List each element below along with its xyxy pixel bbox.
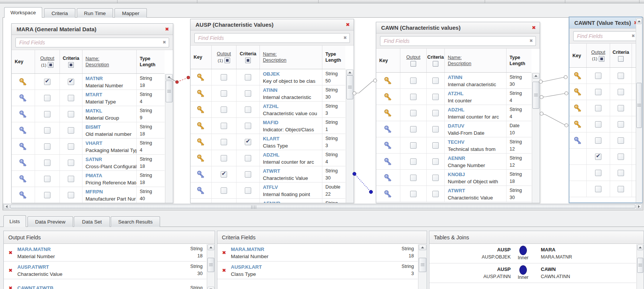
select-all-checkbox[interactable] — [48, 62, 53, 68]
scroll-up-arrow[interactable] — [346, 70, 353, 75]
tab-workspace[interactable]: Workspace — [4, 7, 42, 18]
vertical-scrollbar[interactable] — [636, 244, 644, 289]
output-column-header[interactable]: Output — [406, 55, 421, 60]
name-column-header[interactable]: Name: — [448, 55, 506, 60]
field-name-link[interactable]: ADZHL — [263, 151, 322, 158]
criteria-checkbox[interactable] — [68, 192, 74, 198]
field-name-link[interactable]: PMATA — [85, 172, 136, 179]
field-name-link[interactable]: ATINN — [263, 87, 322, 94]
field-name-link[interactable]: ATWRT — [263, 167, 322, 175]
scrollbar-thumb[interactable] — [10, 205, 635, 208]
field-name-link[interactable]: ATZHL — [263, 103, 322, 110]
criteria-checkbox[interactable] — [245, 123, 251, 129]
tab-search-results[interactable]: Search Results — [111, 216, 160, 227]
remove-field-icon[interactable]: ✖ — [217, 268, 231, 273]
output-checkbox[interactable] — [221, 74, 227, 81]
scroll-up-arrow[interactable] — [166, 74, 172, 80]
tab-mapper[interactable]: Mapper — [114, 8, 147, 18]
workspace-vertical-scrollbar[interactable] — [636, 18, 642, 202]
output-checkbox[interactable] — [410, 94, 417, 100]
find-fields-input[interactable] — [380, 37, 536, 46]
field-name-link[interactable]: AENNR — [263, 200, 322, 203]
criteria-checkbox[interactable] — [68, 79, 74, 85]
tab-data-set[interactable]: Data Set — [74, 216, 110, 227]
criteria-checkbox[interactable] — [618, 186, 624, 192]
scrollbar-thumb[interactable] — [166, 81, 172, 102]
criteria-checkbox[interactable] — [432, 142, 439, 149]
select-all-checkbox[interactable] — [224, 58, 230, 63]
scrollbar-thumb[interactable] — [636, 83, 642, 128]
criteria-checkbox[interactable] — [245, 171, 251, 178]
output-checkbox[interactable] — [410, 78, 417, 84]
scroll-up-arrow[interactable] — [533, 73, 539, 79]
clear-search-icon[interactable]: ✖ — [163, 40, 166, 45]
panel-title-bar[interactable]: CAWNT (Value Texts)✖ — [569, 17, 642, 29]
criteria-checkbox[interactable] — [618, 105, 624, 111]
find-fields-input[interactable] — [574, 32, 638, 41]
output-checkbox[interactable] — [595, 89, 601, 95]
join-type-icon[interactable] — [519, 246, 527, 255]
field-name-link[interactable]: OBJEK — [263, 70, 322, 78]
field-name-link[interactable]: MFRPN — [85, 188, 136, 195]
criteria-checkbox[interactable] — [432, 78, 439, 84]
panel-title-bar[interactable]: AUSP (Characteristic Values)✖ — [191, 19, 354, 30]
close-icon[interactable]: ✖ — [346, 22, 350, 27]
output-checkbox[interactable] — [44, 143, 50, 150]
select-all-checkbox[interactable] — [68, 62, 74, 68]
criteria-checkbox[interactable] — [245, 106, 251, 113]
output-column-header[interactable]: Output — [591, 50, 606, 55]
select-all-checkbox[interactable] — [599, 56, 604, 62]
clear-search-icon[interactable]: ✖ — [343, 35, 347, 40]
output-checkbox[interactable] — [221, 139, 227, 145]
scroll-up-arrow[interactable] — [208, 245, 214, 250]
scroll-left-arrow[interactable] — [4, 204, 9, 209]
criteria-checkbox[interactable] — [245, 187, 251, 194]
criteria-checkbox[interactable] — [245, 74, 251, 81]
find-fields-input[interactable] — [16, 38, 169, 47]
output-checkbox[interactable] — [595, 170, 601, 176]
remove-field-icon[interactable]: ✖ — [217, 250, 231, 256]
field-name-link[interactable]: ADZHL — [448, 106, 506, 113]
tab-criteria[interactable]: Criteria — [44, 8, 75, 18]
criteria-checkbox[interactable] — [68, 143, 74, 150]
output-checkbox[interactable] — [595, 137, 601, 144]
field-name-link[interactable]: SATNR — [85, 156, 136, 163]
criteria-checkbox[interactable] — [68, 127, 74, 134]
output-checkbox[interactable] — [44, 160, 50, 166]
close-icon[interactable]: ✖ — [532, 25, 536, 30]
field-name-link[interactable]: KLART — [263, 135, 322, 142]
criteria-checkbox[interactable] — [432, 110, 439, 116]
field-name-link[interactable]: KNOBJ — [448, 171, 506, 178]
scroll-up-arrow[interactable] — [636, 18, 642, 24]
criteria-checkbox[interactable] — [68, 176, 74, 182]
list-field-link[interactable]: MARA.MATNR — [17, 246, 190, 253]
criteria-checkbox[interactable] — [618, 73, 624, 79]
list-field-link[interactable]: AUSP.ATWRT — [17, 263, 190, 271]
close-icon[interactable]: ✖ — [165, 26, 169, 32]
criteria-checkbox[interactable] — [245, 155, 251, 161]
field-name-link[interactable]: DATUV — [448, 122, 506, 129]
select-all-checkbox[interactable] — [433, 61, 438, 67]
criteria-checkbox[interactable] — [432, 126, 439, 132]
field-name-link[interactable]: TECHV — [448, 138, 506, 146]
field-name-link[interactable]: MAFID — [263, 119, 322, 126]
output-checkbox[interactable] — [410, 175, 417, 181]
scroll-down-arrow[interactable] — [208, 287, 214, 289]
criteria-checkbox[interactable] — [618, 170, 624, 176]
output-checkbox[interactable] — [44, 95, 50, 101]
field-name-link[interactable]: ATINN — [448, 74, 506, 81]
criteria-checkbox[interactable] — [618, 137, 624, 144]
vertical-scrollbar[interactable] — [532, 73, 540, 203]
output-column-header[interactable]: Output — [217, 51, 231, 56]
output-checkbox[interactable] — [595, 121, 601, 128]
panel-title-bar[interactable]: MARA (General Material Data)✖ — [12, 24, 173, 35]
output-checkbox[interactable] — [595, 73, 601, 79]
vertical-scrollbar[interactable] — [207, 244, 215, 289]
output-column-header[interactable]: Output — [40, 56, 55, 61]
clear-search-icon[interactable]: ✖ — [632, 33, 635, 38]
criteria-checkbox[interactable] — [68, 95, 74, 101]
field-name-link[interactable]: MATNR — [85, 75, 136, 82]
output-checkbox[interactable] — [410, 191, 417, 197]
select-all-checkbox[interactable] — [411, 61, 416, 67]
field-name-link[interactable]: BISMT — [85, 123, 136, 131]
